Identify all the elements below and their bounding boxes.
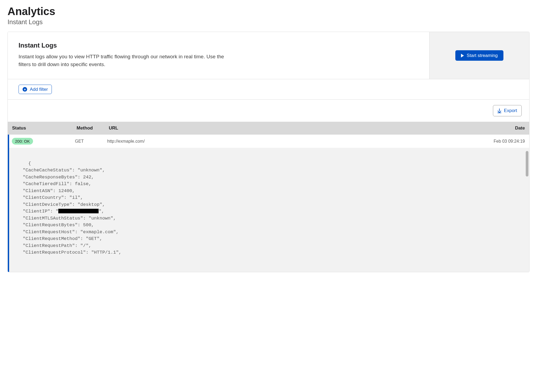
log-date-cell: Feb 03 09:24:19 bbox=[477, 139, 525, 144]
plus-icon: + bbox=[23, 87, 27, 92]
export-label: Export bbox=[504, 108, 517, 113]
column-url: URL bbox=[109, 125, 477, 131]
panel-header: Instant Logs Instant logs allow you to v… bbox=[8, 32, 529, 79]
download-icon bbox=[498, 109, 501, 113]
play-icon bbox=[461, 54, 464, 57]
log-table-header: Status Method URL Date bbox=[8, 122, 529, 135]
column-method: Method bbox=[77, 125, 109, 131]
status-badge: 200: OK bbox=[12, 138, 33, 145]
panel-heading: Instant Logs bbox=[19, 42, 419, 49]
column-status: Status bbox=[12, 125, 77, 131]
log-entry-expanded: 200: OK GET http://exmaple.com/ Feb 03 0… bbox=[8, 135, 529, 272]
filter-bar: + Add filter bbox=[8, 79, 529, 100]
scrollbar-thumb[interactable] bbox=[526, 151, 528, 177]
export-button[interactable]: Export bbox=[493, 105, 522, 116]
add-filter-label: Add filter bbox=[30, 87, 48, 92]
start-streaming-button[interactable]: Start streaming bbox=[455, 50, 503, 61]
add-filter-button[interactable]: + Add filter bbox=[19, 85, 52, 94]
instant-logs-panel: Instant Logs Instant logs allow you to v… bbox=[8, 32, 529, 272]
panel-description: Instant logs allow you to view HTTP traf… bbox=[19, 53, 228, 68]
log-json-detail: { "CacheCacheStatus": "unknown", "CacheR… bbox=[9, 148, 529, 272]
column-date: Date bbox=[477, 125, 525, 131]
page-subtitle: Instant Logs bbox=[8, 18, 529, 26]
redacted-value bbox=[58, 209, 99, 213]
export-bar: Export bbox=[8, 100, 529, 122]
log-row[interactable]: 200: OK GET http://exmaple.com/ Feb 03 0… bbox=[9, 135, 529, 148]
log-method-cell: GET bbox=[75, 139, 107, 144]
panel-header-action: Start streaming bbox=[429, 32, 529, 79]
log-url-cell: http://exmaple.com/ bbox=[107, 139, 477, 144]
log-status-cell: 200: OK bbox=[12, 138, 75, 145]
panel-header-info: Instant Logs Instant logs allow you to v… bbox=[8, 32, 429, 79]
page-title: Analytics bbox=[8, 5, 529, 17]
start-streaming-label: Start streaming bbox=[467, 53, 498, 58]
